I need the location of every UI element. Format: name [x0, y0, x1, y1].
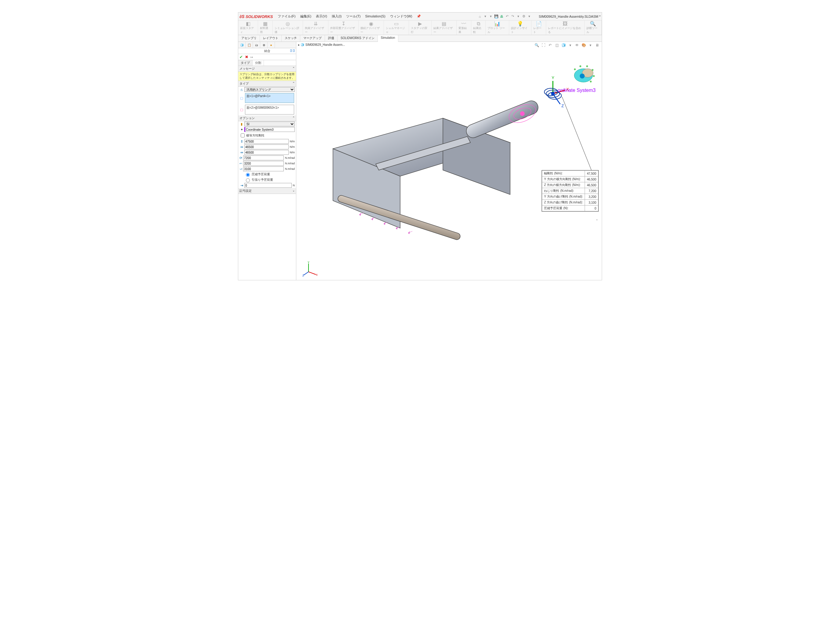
tab-addins[interactable]: SOLIDWORKS アドイン	[338, 35, 378, 41]
panel-tab-feature[interactable]: 🧊	[238, 42, 246, 48]
stiff-axial[interactable]	[244, 139, 289, 144]
svg-marker-10	[384, 222, 385, 225]
menu-file[interactable]: ファイル(F)	[278, 14, 295, 18]
subtab-type[interactable]: タイプ	[238, 60, 253, 66]
units-select[interactable]: SI	[244, 122, 295, 126]
new-icon[interactable]: ▾	[483, 14, 488, 19]
panel-tab-appearance[interactable]: ●	[268, 42, 275, 48]
panel-tab-config[interactable]: 📋	[246, 42, 253, 48]
rib-results[interactable]: ▤結果アドバイザー	[432, 21, 457, 35]
stiff-bend-z[interactable]	[243, 166, 284, 171]
save-icon[interactable]: 💾	[494, 14, 499, 19]
rib-compare[interactable]: ⧉結果比較	[471, 21, 486, 35]
help-icon[interactable]: ⍰ ⍰	[290, 49, 295, 52]
callout-k0: 軸剛性 (N/m):	[542, 171, 585, 177]
cancel-button[interactable]: ✖	[245, 55, 248, 59]
tab-sketch[interactable]: スケッチ	[282, 35, 300, 41]
svg-line-39	[304, 272, 308, 275]
rib-new-study[interactable]: ◧新規スタディ	[238, 21, 258, 35]
menu-edit[interactable]: 編集(E)	[300, 14, 311, 18]
rib-report-img[interactable]: 🖼レポートにイメージを含める	[546, 21, 585, 35]
menu-tools[interactable]: ツール(T)	[346, 14, 360, 18]
open-icon[interactable]: ▾	[489, 14, 493, 19]
pushpin-icon[interactable]: ↦	[251, 55, 253, 59]
selection-2[interactable]: 面<2>@SIM009653<1>	[245, 105, 294, 115]
unit-3: N.m/rad	[285, 156, 295, 159]
stiff-lat-z[interactable]	[244, 150, 289, 155]
rib-diag[interactable]: 🔍診断ツール	[585, 21, 602, 35]
callout-v3: 7,200	[585, 188, 598, 194]
panel-tab-axis[interactable]: ⊕	[260, 42, 268, 48]
select-icon[interactable]: ▾	[516, 14, 521, 19]
tab-assembly[interactable]: アセンブリ	[238, 35, 260, 41]
face2-icon: ▢	[240, 108, 244, 112]
callout-table[interactable]: 軸剛性 (N/m):47,500 Y 方向の横方向剛性 (N/m):46,500…	[542, 170, 599, 212]
collapse-caret-icon[interactable]: ⌃	[596, 219, 598, 222]
callout-v2: 46,500	[585, 182, 598, 188]
stiff-torsion[interactable]	[243, 155, 284, 160]
rib-plot[interactable]: 📊プロット ツール	[486, 21, 509, 35]
menu-insert[interactable]: 挿入(I)	[332, 14, 341, 18]
rib-material[interactable]: ▦材料適用	[258, 21, 273, 35]
menu-simulation[interactable]: Simulation(S)	[365, 14, 385, 18]
panel-tab-display[interactable]: 🗂	[253, 42, 260, 48]
type-select[interactable]: 汎用的スプリング	[244, 87, 295, 92]
gear-icon[interactable]: ⚙	[522, 14, 526, 19]
rib-fixture[interactable]: ⇊拘束アドバイザー	[303, 21, 328, 35]
ok-button[interactable]: ✔	[240, 55, 243, 59]
preload-tens-label: 引張り予圧荷重	[252, 178, 273, 182]
menu-view[interactable]: 表示(V)	[316, 14, 327, 18]
pin-icon[interactable]: 📌	[417, 14, 421, 19]
spring-icon: ⎌	[240, 88, 244, 91]
selection-1[interactable]: 面<1>@Part4<1>	[245, 93, 294, 103]
stiff-lat-y[interactable]	[244, 144, 289, 149]
tab-simulation[interactable]: Simulation	[378, 35, 399, 42]
svg-text:Y: Y	[552, 76, 554, 80]
stiff-bend-y[interactable]	[243, 161, 284, 166]
rib-sim-eval[interactable]: ◎シミュレーション評価	[273, 21, 303, 35]
rib-connect[interactable]: ◉接続アドバイザー	[358, 21, 384, 35]
print-icon[interactable]: 🖶	[500, 14, 504, 19]
section-type[interactable]: タイプ⌃	[238, 81, 296, 87]
orientation-triad[interactable]: Y X Z	[302, 261, 318, 277]
preload-icon: ⇥	[240, 183, 244, 188]
model-svg: Y X Z	[296, 42, 602, 280]
section-symbol[interactable]: 記号設定⌄	[238, 188, 296, 194]
graphics-viewport[interactable]: ▸ 🧊 SIM009629_Handle Assem... 🔍 ⛶ ↶ ◫ 🧊 …	[296, 42, 602, 280]
preload-input[interactable]	[244, 183, 292, 188]
tab-evaluate[interactable]: 評価	[325, 35, 338, 41]
rib-load[interactable]: ↧外部荷重アドバイザー	[328, 21, 359, 35]
axial-icon: ⇕	[240, 140, 244, 144]
svg-point-32	[593, 75, 595, 77]
options-icon[interactable]: ▾	[527, 14, 532, 19]
subtab-split[interactable]: 分割	[253, 60, 264, 66]
rib-run[interactable]: ▶スタディの実行	[409, 21, 432, 35]
rib-deform[interactable]: 〰変形結果	[457, 21, 471, 35]
tab-markup[interactable]: マークアップ	[300, 35, 325, 41]
section-options[interactable]: オプション⌃	[238, 115, 296, 121]
document-name: SIM009629_Handle Assembly.SLDASM *	[539, 15, 600, 18]
face1-icon: ▢	[240, 96, 244, 100]
menu-window[interactable]: ウィンドウ(W)	[390, 14, 412, 18]
rib-insight[interactable]: 💡設計インサイト	[509, 21, 532, 35]
rib-report[interactable]: 📄レポート	[532, 21, 546, 35]
section-message[interactable]: メッセージ⌃	[238, 66, 296, 72]
rib-shell[interactable]: ▭シェルマネージャ	[384, 21, 409, 35]
callout-v6: 0	[585, 205, 598, 211]
preload-comp-radio[interactable]	[246, 173, 250, 177]
unit-5: N.m/rad	[285, 167, 295, 171]
undo-icon[interactable]: ↶	[505, 14, 510, 19]
svg-text:Z: Z	[302, 274, 304, 276]
tab-layout[interactable]: レイアウト	[260, 35, 282, 41]
units-icon: ▮	[240, 122, 244, 126]
home-icon[interactable]: ⌂	[478, 14, 482, 19]
svg-point-27	[580, 74, 585, 79]
redo-icon[interactable]: ↷	[511, 14, 515, 19]
panel-actions: ✔ ✖ ↦	[238, 54, 296, 60]
aniso-checkbox[interactable]	[241, 133, 245, 137]
coord-system-label[interactable]: ordinate System3	[557, 88, 596, 93]
preload-tens-radio[interactable]	[246, 178, 250, 182]
coord-input[interactable]	[244, 127, 295, 132]
svg-point-28	[574, 68, 576, 70]
app-logo: ∂S SOLIDWORKS	[240, 14, 273, 19]
